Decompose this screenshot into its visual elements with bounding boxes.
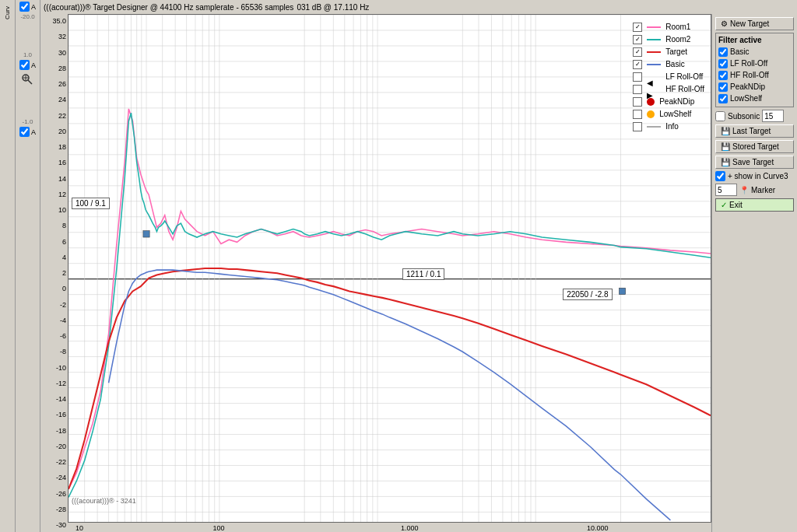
legend-lf-rolloff: ◀ LF Roll-Off: [633, 71, 704, 83]
value-label-3: -1.0: [23, 118, 33, 125]
legend-check-info[interactable]: [633, 122, 642, 131]
x-10000: 10.000: [587, 524, 609, 532]
marker-label: Marker: [751, 186, 775, 194]
a-checkbox-row-1[interactable]: A: [19, 2, 36, 12]
filter-basic: Basic: [718, 46, 791, 58]
show-curve-checkbox[interactable]: [715, 171, 725, 181]
filter-active-title: Filter active: [718, 36, 791, 44]
legend-label-peak: PeakNDip: [659, 96, 694, 108]
stored-target-label: Stored Target: [732, 142, 779, 151]
value-label-2: 1.0: [23, 51, 32, 58]
legend-room2: ✓ Room2: [633, 33, 704, 46]
y-0: 0: [42, 285, 66, 292]
stored-target-button[interactable]: 💾 Stored Target: [715, 140, 794, 153]
filter-lowshelf-checkbox[interactable]: [718, 94, 728, 103]
exit-button[interactable]: ✓ Exit: [715, 198, 794, 212]
chart-area[interactable]: 100 / 9.1 1211 / 0.1 22050 / -2.8 ✓ Room…: [68, 14, 711, 523]
top-control: A -20.0: [19, 2, 36, 20]
a-checkbox-1[interactable]: [19, 2, 30, 12]
legend-check-hf[interactable]: [633, 85, 642, 94]
filter-peak: PeakNDip: [718, 81, 791, 93]
legend-line-basic: [647, 64, 661, 65]
a-checkbox-3[interactable]: [19, 127, 30, 137]
checkmark-icon: ✓: [721, 201, 727, 209]
legend-check-peak[interactable]: [633, 97, 642, 107]
filter-hf-checkbox[interactable]: [718, 71, 728, 80]
legend-dot-lowshelf: [647, 110, 655, 118]
y-30: 30: [42, 49, 66, 57]
last-target-button[interactable]: 💾 Last Target: [715, 124, 794, 138]
legend-check-basic[interactable]: ✓: [633, 60, 642, 69]
filter-lf-checkbox[interactable]: [718, 59, 728, 68]
legend-check-target[interactable]: ✓: [633, 47, 642, 57]
subsonic-checkbox[interactable]: [715, 111, 725, 121]
marker-dot-1: [143, 231, 149, 237]
a-checkbox-2[interactable]: [19, 60, 30, 70]
disk-icon: 💾: [721, 127, 730, 135]
a-checkbox-row-3[interactable]: A: [19, 127, 36, 137]
left-controls: A -20.0 1.0 A -1.0 A: [16, 0, 40, 532]
legend-check-room1[interactable]: ✓: [633, 23, 642, 32]
chart-title: (((acourat)))® Target Designer @ 44100 H…: [44, 3, 293, 12]
filter-lf: LF Roll-Off: [718, 58, 791, 69]
svg-line-1: [28, 80, 32, 84]
chart-and-right: 35.0 32 30 28 26 24 22 20 18 16 14 12 10…: [40, 14, 797, 532]
a-checkbox-row-2[interactable]: A: [19, 60, 36, 70]
y-neg2: -2: [42, 301, 66, 309]
legend-check-lowshelf[interactable]: [633, 110, 642, 119]
legend-dot-peak: [647, 98, 655, 106]
y-neg24: -24: [42, 474, 66, 481]
new-target-button[interactable]: ⚙ New Target: [715, 17, 794, 30]
y-neg16: -16: [42, 411, 66, 418]
y-neg6: -6: [42, 332, 66, 340]
legend-basic: ✓ Basic: [633, 58, 704, 71]
y-24: 24: [42, 96, 66, 103]
legend-label-info: Info: [665, 121, 679, 133]
legend-check-lf[interactable]: [633, 72, 642, 82]
legend-line-info: [647, 126, 661, 128]
filter-active-group: Filter active Basic LF Roll-Off HF Roll-…: [715, 33, 794, 107]
subsonic-spinner[interactable]: 15: [762, 110, 784, 122]
disk2-icon: 💾: [721, 142, 730, 151]
y-10: 10: [42, 206, 66, 214]
x-1000: 1.000: [401, 524, 419, 532]
y-28: 28: [42, 65, 66, 72]
filter-peak-checkbox[interactable]: [718, 82, 728, 92]
filter-hf: HF Roll-Off: [718, 69, 791, 81]
filter-lf-label: LF Roll-Off: [730, 58, 767, 69]
a-label-2: A: [31, 61, 36, 69]
y-neg12: -12: [42, 380, 66, 387]
legend-label-room1: Room1: [665, 21, 690, 33]
exit-label: Exit: [729, 201, 743, 209]
y-35: 35.0: [42, 17, 66, 25]
y-neg28: -28: [42, 506, 66, 513]
y-neg20: -20: [42, 443, 66, 450]
y-neg14: -14: [42, 395, 66, 403]
value-label-1: -20.0: [20, 13, 34, 20]
a-label-3: A: [31, 128, 36, 136]
marker-spinner[interactable]: 5: [715, 184, 737, 196]
marker-dot-3: [619, 288, 625, 294]
y-neg18: -18: [42, 427, 66, 435]
chart-subtitle: 031 dB @ 17.110 Hz: [297, 3, 369, 12]
y-20: 20: [42, 128, 66, 135]
zoom-icon[interactable]: [19, 72, 35, 87]
save-icon: 💾: [721, 158, 730, 166]
subsonic-label: Subsonic: [728, 112, 760, 121]
y-neg10: -10: [42, 364, 66, 372]
legend-hf-rolloff: ▶ HF Roll-Off: [633, 83, 704, 96]
x-axis-labels: 10 100 1.000 10.000: [68, 523, 711, 532]
y-18: 18: [42, 143, 66, 151]
show-curve-row: + show in Curve3: [715, 171, 794, 181]
filter-basic-checkbox[interactable]: [718, 47, 728, 57]
y-8: 8: [42, 222, 66, 229]
x-100: 100: [212, 524, 224, 532]
y-neg8: -8: [42, 348, 66, 355]
save-target-button[interactable]: 💾 Save Target: [715, 156, 794, 169]
legend-label-lf: LF Roll-Off: [665, 71, 703, 83]
mid-control: 1.0 A: [19, 51, 36, 87]
chart-container: 35.0 32 30 28 26 24 22 20 18 16 14 12 10…: [40, 14, 711, 532]
legend-label-hf: HF Roll-Off: [665, 83, 704, 96]
legend-label-basic: Basic: [665, 58, 684, 71]
legend-check-room2[interactable]: ✓: [633, 35, 642, 44]
